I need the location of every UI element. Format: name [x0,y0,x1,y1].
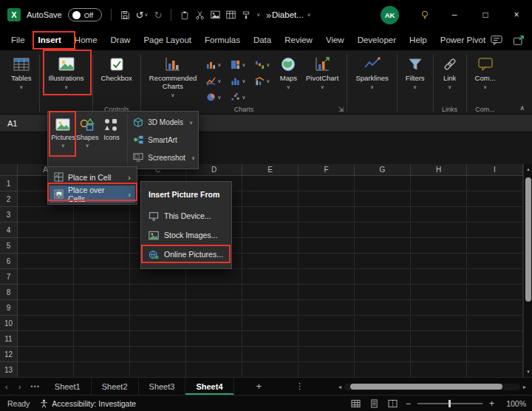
window-minimize-button[interactable]: – [439,0,470,30]
sheet-tab-sheet2[interactable]: Sheet2 [92,378,139,395]
grid-cells[interactable] [18,176,523,377]
horizontal-scrollbar-thumb[interactable] [350,384,502,390]
normal-view-button[interactable] [350,398,362,410]
scroll-right-icon[interactable]: ▸ [520,384,529,390]
tab-page-layout[interactable]: Page Layout [137,30,198,50]
screenshot-button[interactable]: Screenshot ∨ [133,149,195,166]
tab-home[interactable]: Home [68,30,104,50]
tables-button[interactable]: Tables ∨ [7,53,35,92]
tab-help[interactable]: Help [403,30,434,50]
accessibility-status[interactable]: Accessibility: Investigate [40,399,136,408]
sparklines-button[interactable]: Sparklines ∨ [351,53,392,92]
column-header[interactable]: G [355,164,411,176]
scatter-chart-button[interactable]: ∨ [227,89,250,105]
page-layout-view-button[interactable] [369,398,381,410]
vertical-scrollbar-thumb[interactable] [525,177,531,302]
qat-format-painter-icon[interactable] [242,10,250,20]
column-header[interactable]: F [299,164,355,176]
place-over-cells-item[interactable]: Place over Cells › [50,186,135,203]
tab-power-pivot[interactable]: Power Pivot [434,30,492,50]
avatar[interactable]: AK [381,6,399,24]
3d-models-button[interactable]: 3D Models ∨ [133,115,195,131]
document-title[interactable]: Diabet... ∨ [272,0,311,30]
maps-button[interactable]: Maps ∨ [276,53,301,92]
undo-icon[interactable]: ↺∨ [136,10,149,20]
row-header[interactable]: 3 [0,207,18,223]
pictures-button[interactable]: Pictures ∨ [51,114,75,166]
row-header[interactable]: 9 [0,300,18,316]
vertical-scrollbar[interactable]: ▴ ▾ [523,164,532,377]
page-break-view-button[interactable] [387,398,399,410]
shapes-button[interactable]: Shapes ∨ [75,114,100,166]
hierarchy-chart-button[interactable]: ∨ [227,57,250,72]
sheet-options-icon[interactable]: ⋮ [296,381,304,391]
sheet-tab-sheet3[interactable]: Sheet3 [139,378,186,395]
tab-developer[interactable]: Developer [351,30,403,50]
qat-table-icon[interactable] [226,10,236,19]
lightbulb-icon[interactable] [411,0,439,30]
pie-chart-button[interactable]: ∨ [202,89,225,105]
autosave-toggle[interactable]: Off [68,8,102,21]
qat-clipboard-icon[interactable] [180,10,189,20]
zoom-percentage[interactable]: 100% [501,399,526,408]
save-icon[interactable] [120,10,130,20]
row-header[interactable]: 5 [0,238,18,254]
column-header[interactable]: I [467,164,523,176]
recommended-charts-button[interactable]: Recommended Charts ∨ [145,53,201,100]
tab-formulas[interactable]: Formulas [198,30,247,50]
row-header[interactable]: 4 [0,223,18,238]
tab-view[interactable]: View [319,30,351,50]
dialog-launcher-icon[interactable]: ⇲ [338,106,344,113]
zoom-out-button[interactable]: − [406,398,411,409]
scroll-down-icon[interactable]: ▾ [524,367,532,377]
tab-insert[interactable]: Insert [32,30,68,50]
waterfall-chart-button[interactable]: ∨ [251,57,274,72]
place-in-cell-item[interactable]: Place in Cell › [50,169,135,186]
row-header[interactable]: 8 [0,285,18,300]
scroll-up-icon[interactable]: ▴ [524,164,532,174]
pivotchart-button[interactable]: PivotChart ∨ [301,53,343,92]
column-header[interactable]: E [242,164,299,176]
link-button[interactable]: Link ∨ [437,53,463,92]
row-header[interactable]: 7 [0,269,18,285]
statistic-chart-button[interactable]: ∨ [227,73,250,89]
collapse-ribbon-icon[interactable]: ∧ [519,104,525,112]
excel-app-icon[interactable]: X [7,8,21,21]
window-maximize-button[interactable]: □ [470,0,501,30]
sheet-tab-sheet1[interactable]: Sheet1 [44,378,92,395]
horizontal-scrollbar[interactable]: ◂ ▸ [335,381,529,393]
zoom-slider[interactable] [417,403,482,404]
row-header[interactable]: 13 [0,362,18,378]
combo-chart-button[interactable]: ∨ [251,73,274,89]
sheet-tab-sheet4[interactable]: Sheet4 [185,378,233,395]
horizontal-scrollbar-track[interactable] [344,384,520,390]
qat-image-icon[interactable] [211,10,220,19]
chevron-down-icon[interactable]: ∨ [256,13,260,18]
select-all-corner[interactable] [0,164,18,176]
smartart-button[interactable]: SmartArt [133,132,195,148]
tab-nav-left-icon[interactable]: ‹ [0,382,13,391]
line-chart-button[interactable]: ∨ [202,73,225,89]
tab-review[interactable]: Review [278,30,319,50]
qat-scissors-icon[interactable] [195,10,205,20]
tab-data[interactable]: Data [247,30,278,50]
tab-nav-right-icon[interactable]: › [13,382,27,391]
share-icon[interactable] [513,35,525,46]
filters-button[interactable]: Filters ∨ [401,53,429,92]
row-header[interactable]: 12 [0,347,18,362]
comment-button[interactable]: Com... ∨ [471,53,500,92]
checkbox-button[interactable]: Checkbox [97,53,137,85]
scroll-left-icon[interactable]: ◂ [335,384,344,390]
more-sheets-icon[interactable]: ••• [26,383,44,390]
tab-draw[interactable]: Draw [104,30,137,50]
icons-button[interactable]: Icons [100,114,124,166]
row-header[interactable]: 2 [0,191,18,207]
zoom-in-button[interactable]: + [489,398,494,409]
row-header[interactable]: 6 [0,254,18,269]
zoom-slider-thumb[interactable] [449,400,451,407]
window-close-button[interactable]: × [501,0,532,30]
row-header[interactable]: 11 [0,331,18,347]
this-device-item[interactable]: This Device... [141,206,231,225]
new-sheet-button[interactable]: + [249,381,270,392]
column-header[interactable]: H [411,164,467,176]
